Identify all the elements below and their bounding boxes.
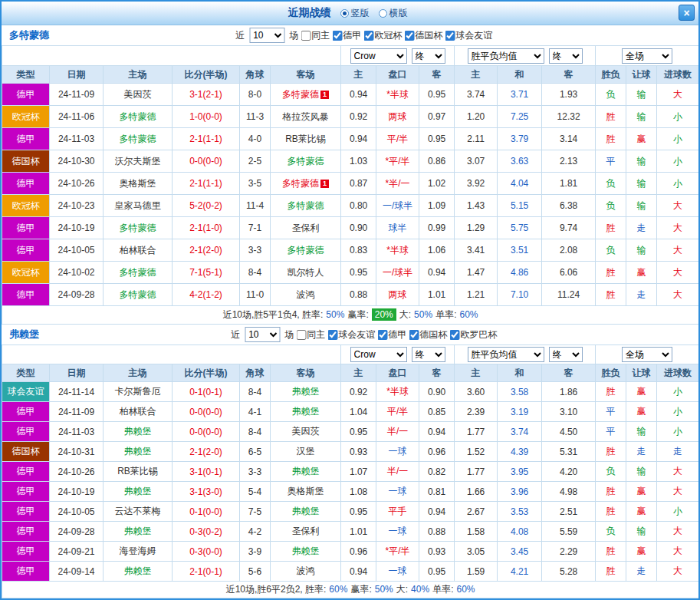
- home-team: 弗赖堡: [124, 426, 152, 437]
- avg-cell: 胜平负均值终: [455, 46, 596, 66]
- corner-stat: 8-4: [240, 382, 271, 402]
- near-label: 近: [235, 29, 245, 42]
- league-badge: 德甲: [2, 462, 50, 482]
- away-team: 波鸿: [297, 289, 315, 300]
- away-team: 弗赖堡: [292, 406, 320, 417]
- scope-select[interactable]: 全场: [622, 48, 672, 64]
- filter-checkbox[interactable]: [409, 330, 419, 340]
- filter-checkbox[interactable]: [449, 330, 459, 340]
- goals-value: 大: [657, 284, 699, 306]
- filter-checkbox[interactable]: [332, 31, 342, 41]
- filter-option[interactable]: 同主: [301, 29, 330, 42]
- odds-state-select[interactable]: 终: [412, 48, 445, 64]
- section-header: 弗赖堡近10场同主球会友谊德甲德国杯欧罗巴杯: [2, 325, 698, 345]
- away-team: 多特蒙德: [288, 200, 324, 211]
- odds-company-cell: Crow终: [341, 46, 455, 66]
- filter-option[interactable]: 欧罗巴杯: [449, 328, 497, 341]
- lose-odds: 2.08: [542, 239, 596, 262]
- games-count-select[interactable]: 10: [245, 327, 280, 342]
- close-button[interactable]: ×: [679, 5, 695, 21]
- league-badge: 德甲: [2, 173, 50, 195]
- summary-segment: 20%: [372, 308, 396, 321]
- avg-select[interactable]: 胜平负均值: [468, 347, 544, 362]
- match-score: 0-0(0-0): [173, 402, 240, 422]
- team-link[interactable]: 弗赖堡: [9, 328, 39, 341]
- column-header: 比分(半场): [173, 364, 240, 382]
- home-odds: 0.83: [341, 239, 376, 262]
- odds-company-select[interactable]: Crow: [350, 48, 407, 64]
- summary-segment: 40%: [411, 584, 429, 595]
- away-team-cell: 奥格斯堡: [271, 482, 341, 502]
- league-badge: 欧冠杯: [2, 195, 50, 217]
- handicap-result-value: 赢: [626, 402, 657, 422]
- section-header: 多特蒙德近10场同主德甲欧冠杯德国杯球会友谊: [2, 25, 698, 45]
- away-team-cell: 格拉茨风暴: [271, 106, 341, 128]
- filter-checkbox[interactable]: [301, 31, 311, 41]
- handicap-value: *半/一: [376, 173, 419, 195]
- filter-checkbox[interactable]: [445, 31, 455, 41]
- handicap-result-value: 输: [626, 195, 657, 217]
- result-value: 胜: [596, 284, 626, 306]
- away-odds: 0.97: [419, 106, 455, 128]
- filter-option[interactable]: 同主: [296, 328, 325, 341]
- summary-segment: 60%: [329, 584, 347, 595]
- layout-option-vertical[interactable]: 竖版: [340, 7, 370, 20]
- draw-odds: 3.63: [498, 150, 542, 173]
- odds-state-select[interactable]: 终: [412, 347, 445, 362]
- filter-checkbox[interactable]: [363, 31, 373, 41]
- win-odds: 1.59: [455, 562, 498, 582]
- result-value: 胜: [596, 382, 626, 402]
- avg-select[interactable]: 胜平负均值: [468, 48, 544, 64]
- filter-option[interactable]: 德甲: [332, 29, 361, 42]
- handicap-result-value: 走: [626, 284, 657, 306]
- home-odds: 0.95: [341, 502, 376, 522]
- filter-checkbox[interactable]: [377, 330, 387, 340]
- home-team-cell: 弗赖堡: [104, 562, 173, 582]
- summary-segment: 50%: [375, 584, 393, 595]
- odds-company-select[interactable]: Crow: [350, 347, 407, 362]
- match-date: 24-09-28: [50, 522, 104, 542]
- lose-odds: 1.86: [542, 382, 596, 402]
- filter-option[interactable]: 球会友谊: [445, 29, 492, 42]
- home-odds: 0.95: [341, 262, 376, 284]
- avg-state-select[interactable]: 终: [549, 347, 583, 362]
- away-odds: 0.94: [419, 262, 455, 284]
- titlebar: 近期战绩 竖版 横版 ×: [2, 2, 698, 25]
- away-team-cell: 美因茨: [271, 422, 341, 442]
- filter-option[interactable]: 球会友谊: [327, 328, 375, 341]
- lose-odds: 4.98: [542, 482, 596, 502]
- filter-label: 同主: [307, 328, 325, 341]
- summary-segment: 赢率:: [347, 309, 368, 320]
- league-badge: 德国杯: [2, 442, 50, 462]
- draw-odds: 3.95: [498, 462, 542, 482]
- filter-option[interactable]: 德国杯: [409, 328, 447, 341]
- team-link[interactable]: 多特蒙德: [9, 28, 49, 42]
- filter-option[interactable]: 欧冠杯: [363, 29, 402, 42]
- filter-option[interactable]: 德国杯: [404, 29, 442, 42]
- filter-checkbox[interactable]: [404, 31, 414, 41]
- result-value: 胜: [596, 217, 626, 239]
- away-team: 多特蒙德: [282, 178, 319, 189]
- layout-option-horizontal[interactable]: 横版: [379, 7, 408, 20]
- handicap-result-value: 赢: [626, 262, 657, 284]
- corner-stat: 6-5: [240, 442, 271, 462]
- league-badge: 德甲: [2, 402, 50, 422]
- draw-odds: 3.51: [498, 239, 542, 262]
- games-count-select[interactable]: 10: [249, 28, 284, 43]
- match-row: 球会友谊24-11-14卡尔斯鲁厄0-1(0-1)8-4弗赖堡0.92*半球0.…: [2, 382, 699, 402]
- draw-odds: 4.86: [498, 262, 542, 284]
- avg-state-select[interactable]: 终: [549, 48, 583, 64]
- away-team-cell: 凯尔特人: [271, 262, 341, 284]
- corner-stat: 8-4: [240, 422, 271, 442]
- filter-checkbox[interactable]: [296, 330, 306, 340]
- match-row: 欧冠杯24-10-23皇家马德里5-2(0-2)11-4多特蒙德0.80一/球半…: [2, 195, 699, 217]
- home-odds: 0.88: [341, 284, 376, 306]
- scope-select[interactable]: 全场: [622, 347, 672, 362]
- away-team: 弗赖堡: [292, 386, 320, 397]
- home-team: 沃尔夫斯堡: [115, 156, 161, 166]
- results-table: Crow终胜平负均值终全场类型日期主场比分(半场)角球客场主盘口客主和客胜负让球…: [2, 45, 699, 325]
- home-odds: 1.03: [341, 150, 376, 173]
- filter-option[interactable]: 德甲: [377, 328, 406, 341]
- column-header: 客: [419, 364, 455, 382]
- filter-checkbox[interactable]: [327, 330, 337, 340]
